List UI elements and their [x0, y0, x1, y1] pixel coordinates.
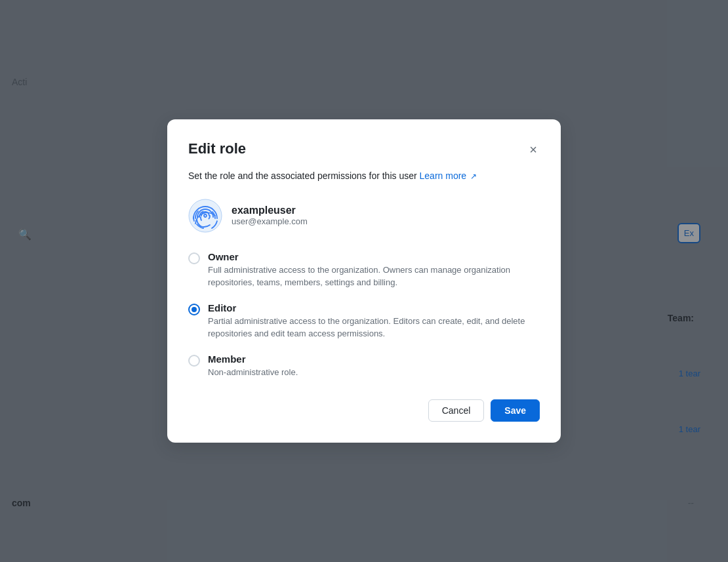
user-details: exampleuser user@example.com: [232, 205, 308, 226]
member-description: Non-administrative role.: [208, 366, 298, 379]
user-name: exampleuser: [232, 205, 308, 216]
edit-role-modal: Edit role × Set the role and the associa…: [167, 119, 561, 443]
external-link-icon: ↗: [470, 171, 477, 182]
role-option-editor[interactable]: Editor Partial administrative access to …: [188, 302, 540, 340]
role-option-owner[interactable]: Owner Full administrative access to the …: [188, 251, 540, 289]
editor-description: Partial administrative access to the org…: [208, 315, 540, 340]
role-options: Owner Full administrative access to the …: [188, 251, 540, 379]
user-info: exampleuser user@example.com: [188, 199, 540, 233]
modal-subtitle: Set the role and the associated permissi…: [188, 169, 540, 183]
modal-title: Edit role: [188, 140, 246, 157]
editor-radio[interactable]: [188, 304, 200, 315]
member-label: Member: [208, 353, 298, 365]
user-email: user@example.com: [232, 216, 308, 226]
member-radio[interactable]: [188, 355, 200, 367]
owner-description: Full administrative access to the organi…: [208, 264, 540, 289]
close-button[interactable]: ×: [527, 140, 540, 159]
learn-more-link[interactable]: Learn more ↗: [420, 171, 477, 181]
role-option-member[interactable]: Member Non-administrative role.: [188, 353, 540, 379]
modal-header: Edit role ×: [188, 140, 540, 159]
cancel-button[interactable]: Cancel: [428, 399, 485, 422]
modal-overlay: Edit role × Set the role and the associa…: [0, 0, 728, 562]
owner-label: Owner: [208, 251, 540, 262]
save-button[interactable]: Save: [491, 399, 540, 422]
editor-label: Editor: [208, 302, 540, 313]
owner-radio[interactable]: [188, 252, 200, 264]
modal-footer: Cancel Save: [188, 399, 540, 422]
user-avatar: [188, 199, 222, 233]
